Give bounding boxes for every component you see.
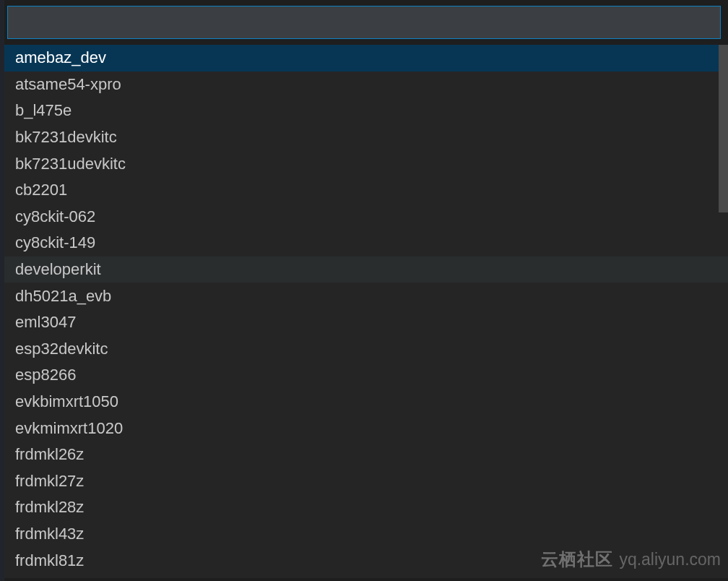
list-item-label: evkbimxrt1050 xyxy=(15,392,118,411)
list-item[interactable]: evkbimxrt1050 xyxy=(4,389,728,416)
search-input[interactable] xyxy=(8,7,720,38)
list-item[interactable]: cy8ckit-149 xyxy=(4,230,728,257)
list-item-label: atsame54-xpro xyxy=(15,75,121,94)
list-item[interactable]: evkmimxrt1020 xyxy=(4,415,728,442)
list-item-label: developerkit xyxy=(15,260,101,279)
list-item[interactable]: cy8ckit-062 xyxy=(4,204,728,231)
list-item[interactable]: esp32devkitc xyxy=(4,336,728,363)
search-box[interactable] xyxy=(7,6,721,39)
list-item[interactable]: frdmkl28z xyxy=(4,494,728,521)
list-item-label: esp32devkitc xyxy=(15,340,108,358)
list-item-label: esp8266 xyxy=(15,366,76,384)
list-item[interactable]: frdmkl43z xyxy=(4,521,728,548)
watermark-brand: 云栖社区 xyxy=(541,548,613,571)
list-item-label: evkmimxrt1020 xyxy=(15,419,123,438)
list-item[interactable]: frdmkl26z xyxy=(4,442,728,468)
scrollbar-thumb[interactable] xyxy=(719,45,728,212)
list-item-label: bk7231udevkitc xyxy=(15,155,126,173)
list-item[interactable]: cb2201 xyxy=(4,177,728,204)
list-item-label: frdmkl43z xyxy=(15,525,84,543)
list-item-label: cy8ckit-149 xyxy=(15,233,95,252)
list-item-label: dh5021a_evb xyxy=(15,287,111,306)
watermark-url: yq.aliyun.com xyxy=(619,550,721,569)
list-item-label: bk7231devkitc xyxy=(15,128,117,147)
list-item[interactable]: developerkit xyxy=(4,257,728,283)
list-item[interactable]: eml3047 xyxy=(4,309,728,336)
list-item[interactable]: frdmkl27z xyxy=(4,468,728,495)
list-item-label: frdmkl28z xyxy=(15,498,84,517)
quick-pick-panel: amebaz_devatsame54-xprob_l475ebk7231devk… xyxy=(0,0,728,581)
list-item[interactable]: amebaz_dev xyxy=(4,45,728,72)
watermark: 云栖社区 yq.aliyun.com xyxy=(541,548,721,571)
list-item-label: b_l475e xyxy=(15,101,72,120)
option-list: amebaz_devatsame54-xprob_l475ebk7231devk… xyxy=(4,45,728,578)
list-item[interactable]: esp8266 xyxy=(4,362,728,389)
list-item-label: eml3047 xyxy=(15,313,76,332)
list-item-label: cy8ckit-062 xyxy=(15,207,95,226)
list-item-label: frdmkl81z xyxy=(15,551,84,570)
list-item[interactable]: bk7231udevkitc xyxy=(4,150,728,177)
list-item-label: frdmkl26z xyxy=(15,445,84,464)
list-item[interactable]: dh5021a_evb xyxy=(4,283,728,309)
list-item-label: frdmkl27z xyxy=(15,472,84,491)
list-item-label: cb2201 xyxy=(15,181,67,199)
list-item[interactable]: atsame54-xpro xyxy=(4,72,728,98)
list-item[interactable]: bk7231devkitc xyxy=(4,124,728,151)
list-item-label: amebaz_dev xyxy=(15,48,106,67)
list-item[interactable]: b_l475e xyxy=(4,98,728,124)
